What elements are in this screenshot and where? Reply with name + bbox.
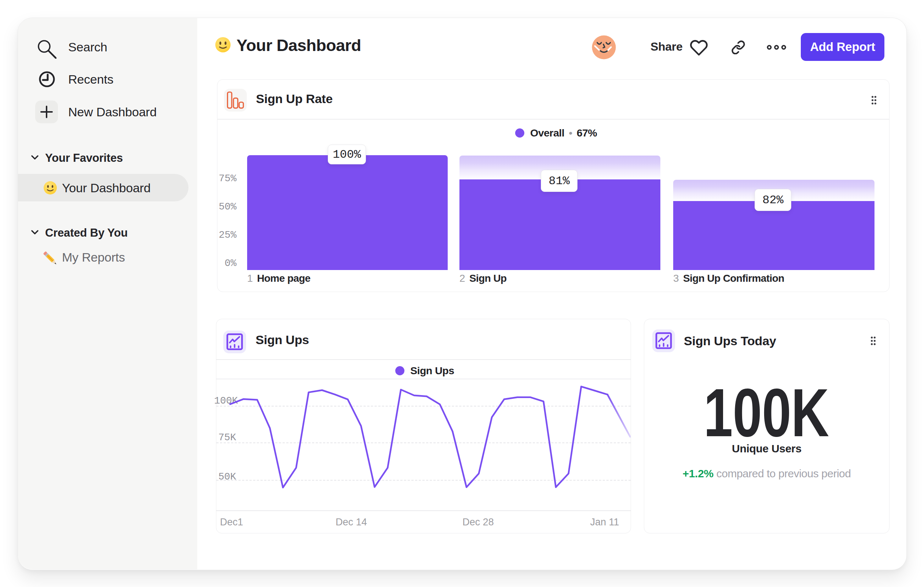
svg-text:100K: 100K xyxy=(704,375,829,451)
